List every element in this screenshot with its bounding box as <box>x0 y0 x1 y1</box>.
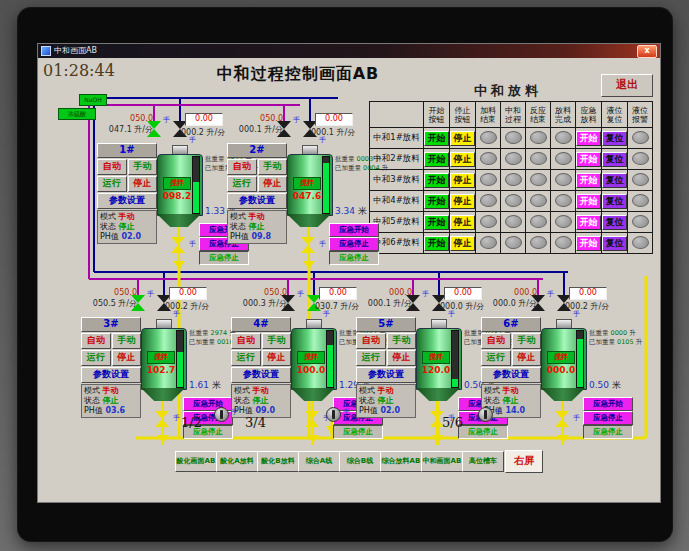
pump-icon[interactable] <box>214 407 229 422</box>
discharge-valve-icon <box>155 411 169 427</box>
start-button[interactable]: 开始 <box>424 194 449 209</box>
run-button[interactable]: 运行 <box>227 176 257 192</box>
emergency-discharge-button[interactable]: 开始 <box>576 236 601 251</box>
auto-button[interactable]: 自动 <box>227 159 257 175</box>
run-button[interactable]: 运行 <box>356 350 386 366</box>
batch-value: 2974 <box>211 329 228 337</box>
stop-button[interactable]: 停止 <box>450 194 475 209</box>
stop-button[interactable]: 停止 <box>128 176 158 192</box>
valve-bottom <box>155 419 169 427</box>
start-button[interactable]: 开始 <box>424 152 449 167</box>
pump-icon[interactable] <box>326 407 341 422</box>
table-col-header: 放料完成 <box>551 102 576 128</box>
pump-icon[interactable] <box>478 407 493 422</box>
emergency-stop-button[interactable]: 应急停止 <box>329 237 379 251</box>
status-cell <box>551 128 576 149</box>
params-button[interactable]: 参数设置 <box>231 367 291 383</box>
mode-line: 模式 手动 <box>84 386 138 396</box>
status-indicator <box>505 194 522 207</box>
level-reset-button[interactable]: 复位 <box>602 173 627 188</box>
agitator-chip: 搅拌 <box>422 351 450 364</box>
manual-button[interactable]: 手动 <box>262 333 292 349</box>
emergency-discharge-button[interactable]: 开始 <box>576 131 601 146</box>
run-button[interactable]: 运行 <box>81 350 111 366</box>
valve-top <box>277 121 291 129</box>
valve-bottom <box>531 303 545 311</box>
col-header-line1: 反应 <box>526 106 550 115</box>
flow-actual: 050.5 升/分 <box>81 298 137 309</box>
nav-button-0[interactable]: 酸化画面AB <box>175 451 217 472</box>
stop-button[interactable]: 停止 <box>450 173 475 188</box>
state-label: 状态 <box>100 222 119 231</box>
emergency-discharge-button[interactable]: 开始 <box>576 194 601 209</box>
start-button[interactable]: 开始 <box>424 215 449 230</box>
reset-cell: 复位 <box>602 233 628 254</box>
manual-button[interactable]: 手动 <box>387 333 417 349</box>
nav-button-1[interactable]: 酸化A放料 <box>216 451 258 472</box>
manual-button[interactable]: 手动 <box>128 159 158 175</box>
auto-button[interactable]: 自动 <box>231 333 261 349</box>
emergency-stop-button[interactable]: 应急停止 <box>583 411 633 425</box>
params-button[interactable]: 参数设置 <box>481 367 541 383</box>
emergency-start-button[interactable]: 应急开始 <box>583 397 633 411</box>
valve-bottom <box>277 129 291 137</box>
nav-button-5[interactable]: 综合放料AB <box>380 451 422 472</box>
auto-button[interactable]: 自动 <box>97 159 127 175</box>
auto-button[interactable]: 自动 <box>356 333 386 349</box>
level-reset-button[interactable]: 复位 <box>602 131 627 146</box>
emergency-discharge-button[interactable]: 开始 <box>576 173 601 188</box>
emergency-start-button[interactable]: 应急开始 <box>329 223 379 237</box>
stop-cell: 停止 <box>450 128 476 149</box>
start-button[interactable]: 开始 <box>424 236 449 251</box>
level-reset-button[interactable]: 复位 <box>602 215 627 230</box>
status-cell <box>476 191 501 212</box>
run-button[interactable]: 运行 <box>231 350 261 366</box>
status-cell <box>501 212 526 233</box>
emergency-stop-ack-button[interactable]: 应急停止 <box>329 251 379 265</box>
level-reset-button[interactable]: 复位 <box>602 152 627 167</box>
start-button[interactable]: 开始 <box>424 173 449 188</box>
auto-button[interactable]: 自动 <box>481 333 511 349</box>
stop-button[interactable]: 停止 <box>450 131 475 146</box>
nav-button-4[interactable]: 综合B线 <box>339 451 381 472</box>
emergency-stop-ack-button[interactable]: 应急停止 <box>583 425 633 439</box>
state-label: 状态 <box>234 396 253 405</box>
params-button[interactable]: 参数设置 <box>97 193 157 209</box>
discharge-arrow <box>157 435 169 443</box>
hand-label: 手 <box>147 291 154 298</box>
stop-button[interactable]: 停止 <box>512 350 542 366</box>
params-button[interactable]: 参数设置 <box>356 367 416 383</box>
params-button[interactable]: 参数设置 <box>227 193 287 209</box>
stop-button[interactable]: 停止 <box>450 215 475 230</box>
level-reset-button[interactable]: 复位 <box>602 236 627 251</box>
nav-button-7[interactable]: 高位槽车 <box>462 451 504 472</box>
params-button[interactable]: 参数设置 <box>81 367 141 383</box>
manual-button[interactable]: 手动 <box>112 333 142 349</box>
stop-button[interactable]: 停止 <box>262 350 292 366</box>
level-gauge <box>451 330 459 388</box>
run-button[interactable]: 运行 <box>97 176 127 192</box>
run-button[interactable]: 运行 <box>481 350 511 366</box>
right-screen-button[interactable]: 右屏 <box>505 450 543 473</box>
status-indicator <box>530 194 547 207</box>
stop-button[interactable]: 停止 <box>450 236 475 251</box>
level-reset-button[interactable]: 复位 <box>602 194 627 209</box>
stop-button[interactable]: 停止 <box>258 176 288 192</box>
stop-button[interactable]: 停止 <box>450 152 475 167</box>
manual-button[interactable]: 手动 <box>258 159 288 175</box>
reactor-unit-6: 000.0000.0 升/分手手0.00000.2 升/分6#自动手动运行停止参… <box>481 287 651 449</box>
start-button[interactable]: 开始 <box>424 131 449 146</box>
manual-button[interactable]: 手动 <box>512 333 542 349</box>
stop-button[interactable]: 停止 <box>387 350 417 366</box>
emergency-discharge-button[interactable]: 开始 <box>576 152 601 167</box>
exit-button[interactable]: 退出 <box>601 74 653 97</box>
auto-button[interactable]: 自动 <box>81 333 111 349</box>
emergency-discharge-button[interactable]: 开始 <box>576 215 601 230</box>
status-indicator <box>480 152 497 165</box>
nav-button-3[interactable]: 综合A线 <box>298 451 340 472</box>
nav-button-2[interactable]: 酸化B放料 <box>257 451 299 472</box>
table-row: 中和6#放料开始停止开始复位 <box>370 233 653 254</box>
nav-button-6[interactable]: 中和画面AB <box>421 451 463 472</box>
stop-cell: 停止 <box>450 212 476 233</box>
stop-button[interactable]: 停止 <box>112 350 142 366</box>
